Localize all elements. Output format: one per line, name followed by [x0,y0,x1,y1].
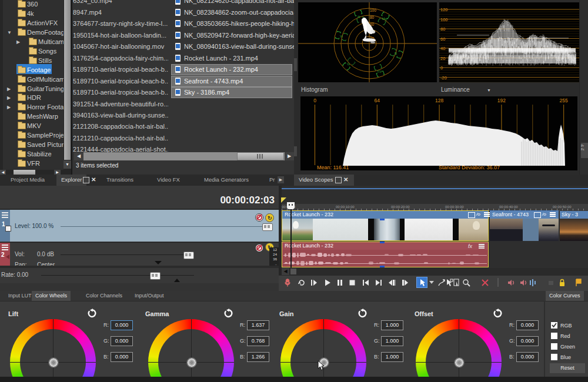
svg-text:100: 100 [370,8,376,12]
svg-text:192: 192 [497,98,506,103]
svg-text:Mg: Mg [382,17,387,21]
svg-text:0: 0 [313,98,316,103]
svg-text:255: 255 [560,98,568,103]
svg-text:B: B [395,52,397,55]
svg-text:120: 120 [440,7,448,12]
svg-text:128: 128 [435,98,443,103]
svg-text:Yl: Yl [340,35,343,38]
svg-text:0: 0 [440,65,443,71]
svg-text:-20: -20 [440,75,447,81]
svg-text:G: G [347,62,350,66]
svg-text:80: 80 [440,26,445,32]
svg-text:Mean: 116.41: Mean: 116.41 [317,165,349,170]
svg-text:20: 20 [440,56,445,61]
svg-text:100: 100 [440,17,448,22]
svg-text:40: 40 [440,46,445,51]
svg-text:R: R [358,15,360,19]
svg-text:60: 60 [440,36,445,42]
svg-text:Standard Deviation: 36.07: Standard Deviation: 36.07 [439,165,500,170]
svg-text:Cy: Cy [377,69,382,73]
svg-text:80: 80 [370,15,375,19]
svg-text:64: 64 [375,98,380,103]
